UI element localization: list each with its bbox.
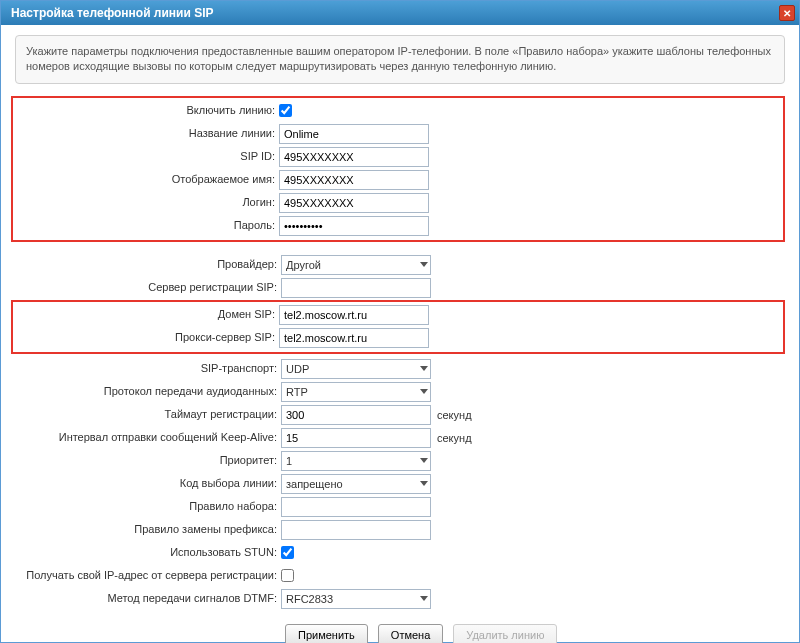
chevron-down-icon [420,389,428,394]
label-provider: Провайдер: [15,258,281,271]
priority-select[interactable]: 1 [281,451,431,471]
line-name-input[interactable] [279,124,429,144]
dtmf-select[interactable]: RFC2833 [281,589,431,609]
chevron-down-icon [420,458,428,463]
label-line-name: Название линии: [15,127,279,140]
label-transport: SIP-транспорт: [15,362,281,375]
dialog-window: Настройка телефонной линии SIP ✕ Укажите… [0,0,800,643]
label-reg-timeout: Таймаут регистрации: [15,408,281,421]
close-icon: ✕ [783,8,791,19]
unit-seconds-1: секунд [437,409,472,421]
cancel-button[interactable]: Отмена [378,624,443,643]
reg-timeout-input[interactable] [281,405,431,425]
transport-select[interactable]: UDP [281,359,431,379]
label-reg-server: Сервер регистрации SIP: [15,281,281,294]
label-prefix-rule: Правило замены префикса: [15,523,281,536]
unit-seconds-2: секунд [437,432,472,444]
reg-server-input[interactable] [281,278,431,298]
info-box: Укажите параметры подключения предоставл… [15,35,785,84]
label-dial-rule: Правило набора: [15,500,281,513]
dialog-content: Укажите параметры подключения предоставл… [1,25,799,643]
button-bar: Применить Отмена Удалить линию [285,624,785,643]
titlebar: Настройка телефонной линии SIP ✕ [1,1,799,25]
line-code-value: запрещено [286,478,343,490]
audio-proto-value: RTP [286,386,308,398]
transport-value: UDP [286,363,309,375]
sip-domain-input[interactable] [279,305,429,325]
label-audio-proto: Протокол передачи аудиоданных: [15,385,281,398]
dial-rule-input[interactable] [281,497,431,517]
label-sip-domain: Домен SIP: [15,308,279,321]
close-button[interactable]: ✕ [779,5,795,21]
label-line-code: Код выбора линии: [15,477,281,490]
label-keepalive: Интервал отправки сообщений Keep-Alive: [15,431,281,444]
label-proxy: Прокси-сервер SIP: [15,331,279,344]
use-stun-checkbox[interactable] [281,546,294,559]
login-input[interactable] [279,193,429,213]
highlight-group-1: Включить линию: Название линии: SIP ID: … [11,96,785,242]
apply-button[interactable]: Применить [285,624,368,643]
form: Включить линию: Название линии: SIP ID: … [15,96,785,643]
label-password: Пароль: [15,219,279,232]
proxy-input[interactable] [279,328,429,348]
get-ip-checkbox[interactable] [281,569,294,582]
provider-select[interactable]: Другой [281,255,431,275]
password-input[interactable] [279,216,429,236]
priority-value: 1 [286,455,292,467]
label-get-ip: Получать свой IP-адрес от сервера регист… [15,569,281,582]
prefix-rule-input[interactable] [281,520,431,540]
label-login: Логин: [15,196,279,209]
line-code-select[interactable]: запрещено [281,474,431,494]
chevron-down-icon [420,481,428,486]
label-dtmf: Метод передачи сигналов DTMF: [15,592,281,605]
display-name-input[interactable] [279,170,429,190]
sip-id-input[interactable] [279,147,429,167]
provider-value: Другой [286,259,321,271]
dtmf-value: RFC2833 [286,593,333,605]
label-enable-line: Включить линию: [15,104,279,117]
label-priority: Приоритет: [15,454,281,467]
audio-proto-select[interactable]: RTP [281,382,431,402]
highlight-group-2: Домен SIP: Прокси-сервер SIP: [11,300,785,354]
chevron-down-icon [420,262,428,267]
chevron-down-icon [420,366,428,371]
window-title: Настройка телефонной линии SIP [11,6,214,20]
delete-line-button: Удалить линию [453,624,557,643]
label-sip-id: SIP ID: [15,150,279,163]
label-display-name: Отображаемое имя: [15,173,279,186]
keepalive-input[interactable] [281,428,431,448]
enable-line-checkbox[interactable] [279,104,292,117]
label-use-stun: Использовать STUN: [15,546,281,559]
chevron-down-icon [420,596,428,601]
